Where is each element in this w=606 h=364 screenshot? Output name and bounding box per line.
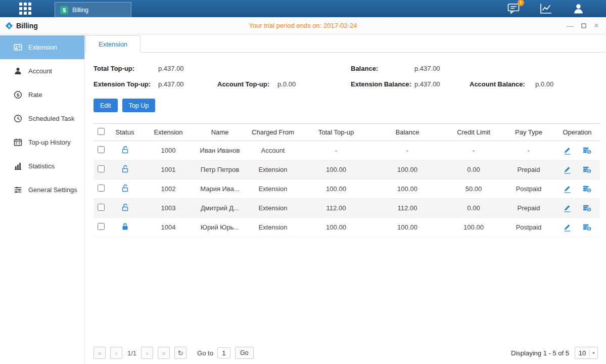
pagination-right: Displaying 1 - 5 of 5 10 ▼ xyxy=(511,347,598,359)
minimize-icon[interactable]: — xyxy=(567,22,574,29)
topup-row-icon[interactable] xyxy=(583,166,591,174)
cell-pay-type: Postpaid xyxy=(503,218,554,237)
account-balance-value: p.0.00 xyxy=(535,80,553,88)
cell-extension: 1001 xyxy=(141,160,196,179)
sidebar-item-label: Extension xyxy=(28,43,57,51)
account-topup-value: p.0.00 xyxy=(277,80,296,88)
edit-button[interactable]: Edit xyxy=(94,99,118,112)
cell-extension: 1000 xyxy=(141,141,196,160)
rate-icon xyxy=(14,90,22,99)
window-controls: — × xyxy=(567,17,599,34)
sidebar-item-rate[interactable]: Rate xyxy=(0,83,84,107)
last-page-button[interactable]: » xyxy=(158,347,170,359)
topup-row-icon[interactable] xyxy=(583,204,591,212)
cell-total-topup: 100.00 xyxy=(302,160,370,179)
edit-row-icon[interactable] xyxy=(563,147,572,155)
row-checkbox[interactable] xyxy=(98,146,105,153)
table-row: 1000 Иван Иванов Account - - - - xyxy=(94,141,600,160)
notification-badge: ! xyxy=(518,0,524,6)
cell-balance: 112.00 xyxy=(370,199,444,218)
cell-credit-limit: 0.00 xyxy=(444,199,503,218)
balance-summary: Total Top-up: p.437.00 Balance: p.437.00… xyxy=(85,58,606,94)
tab-extension[interactable]: Extension xyxy=(85,35,141,53)
cell-credit-limit: 100.00 xyxy=(444,218,503,237)
maximize-icon[interactable] xyxy=(581,23,586,28)
edit-row-icon[interactable] xyxy=(563,166,572,174)
col-extension: Extension xyxy=(141,124,196,141)
sidebar-item-label: Scheduled Task xyxy=(28,115,75,122)
page-size-value: 10 xyxy=(575,349,589,357)
cell-extension: 1004 xyxy=(141,218,196,237)
trial-notice: Your trial period ends on: 2017-02-24 xyxy=(0,17,606,34)
topbar-tab-label: Billing xyxy=(72,7,88,14)
clock-icon xyxy=(14,114,22,123)
select-all-checkbox[interactable] xyxy=(98,128,105,135)
row-checkbox[interactable] xyxy=(98,204,105,211)
main-content: Extension Total Top-up: p.437.00 Balance… xyxy=(85,34,606,364)
cell-total-topup: - xyxy=(302,141,370,160)
topup-row-icon[interactable] xyxy=(583,185,591,193)
edit-row-icon[interactable] xyxy=(563,185,572,193)
sidebar-item-extension[interactable]: Extension xyxy=(0,35,84,59)
topup-row-icon[interactable] xyxy=(583,223,591,232)
extension-topup-label: Extension Top-up: xyxy=(94,80,151,88)
col-total-topup: Total Top-up xyxy=(302,124,370,141)
prev-page-button[interactable]: ‹ xyxy=(110,347,122,359)
first-page-button[interactable]: « xyxy=(94,347,106,359)
user-account-icon[interactable] xyxy=(571,2,586,15)
topbar: $ Billing ! xyxy=(0,0,606,17)
extension-topup-value: p.437.00 xyxy=(158,80,184,88)
row-checkbox[interactable] xyxy=(98,185,105,192)
col-balance: Balance xyxy=(370,124,444,141)
extension-balance-value: p.437.00 xyxy=(414,80,440,88)
cell-pay-type: - xyxy=(503,141,554,160)
cell-balance: 100.00 xyxy=(370,218,444,237)
titlebar: Billing Your trial period ends on: 2017-… xyxy=(0,17,606,34)
total-topup-value: p.437.00 xyxy=(158,65,184,72)
top-up-button[interactable]: Top Up xyxy=(122,99,156,112)
reports-chart-icon[interactable] xyxy=(538,2,553,15)
balance-label: Balance: xyxy=(351,65,378,72)
account-balance-label: Account Balance: xyxy=(470,80,525,88)
sidebar-item-account[interactable]: Account xyxy=(0,59,84,83)
tab-bar: Extension xyxy=(85,34,606,53)
row-checkbox[interactable] xyxy=(98,223,105,230)
cell-extension: 1002 xyxy=(141,179,196,199)
cell-credit-limit: 50.00 xyxy=(444,179,503,199)
topbar-tab-billing[interactable]: $ Billing xyxy=(55,2,131,17)
sidebar-item-label: Top-up History xyxy=(28,139,71,146)
topbar-right: ! xyxy=(506,2,586,15)
row-checkbox[interactable] xyxy=(98,165,105,172)
sidebar-item-statistics[interactable]: Statistics xyxy=(0,154,84,178)
cell-balance: - xyxy=(370,141,444,160)
sidebar-item-general-settings[interactable]: General Settings xyxy=(0,178,84,202)
close-icon[interactable]: × xyxy=(594,21,599,30)
sidebar-item-label: Rate xyxy=(28,91,42,99)
sidebar-item-label: General Settings xyxy=(28,186,77,194)
topup-row-icon[interactable] xyxy=(583,147,591,155)
cell-pay-type: Prepaid xyxy=(503,199,554,218)
cell-charged-from: Extension xyxy=(244,199,302,218)
sidebar-item-topup-history[interactable]: Top-up History xyxy=(0,130,84,154)
edit-row-icon[interactable] xyxy=(563,223,572,232)
col-name: Name xyxy=(196,124,244,141)
go-button[interactable]: Go xyxy=(235,347,254,359)
edit-row-icon[interactable] xyxy=(563,204,572,212)
displaying-text: Displaying 1 - 5 of 5 xyxy=(511,349,569,357)
next-page-button[interactable]: › xyxy=(141,347,153,359)
app-launcher-icon[interactable] xyxy=(19,3,31,15)
cell-name: Дмитрий Д... xyxy=(196,199,244,218)
sidebar: Extension Account Rate Scheduled Task To… xyxy=(0,34,85,364)
extension-balance-label: Extension Balance: xyxy=(351,80,411,88)
sidebar-item-label: Statistics xyxy=(28,162,55,170)
col-pay-type: Pay Type xyxy=(503,124,554,141)
page-size-select[interactable]: 10 ▼ xyxy=(575,347,598,359)
messages-icon[interactable]: ! xyxy=(506,2,521,15)
settings-sliders-icon xyxy=(14,186,22,194)
balance-value: p.437.00 xyxy=(414,65,440,72)
refresh-icon[interactable]: ↻ xyxy=(174,347,187,359)
cell-credit-limit: 0.00 xyxy=(444,160,503,179)
cell-total-topup: 100.00 xyxy=(302,218,370,237)
goto-page-input[interactable] xyxy=(217,347,230,358)
sidebar-item-scheduled-task[interactable]: Scheduled Task xyxy=(0,107,84,130)
